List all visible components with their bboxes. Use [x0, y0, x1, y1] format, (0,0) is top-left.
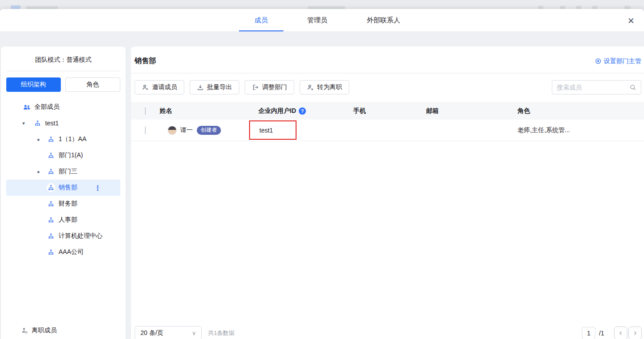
- column-header-email: 邮箱: [426, 107, 517, 115]
- roles-button[interactable]: 角色: [65, 77, 121, 92]
- modal-header: 成员 管理员 外部联系人 ✕: [0, 9, 644, 31]
- column-header-role: 角色: [517, 107, 644, 115]
- sidebar-item-label: 部门三: [59, 167, 77, 176]
- sidebar-item-test1[interactable]: ▾ test1: [6, 115, 120, 131]
- team-mode-label: 团队模式：普通模式: [1, 47, 126, 64]
- table-footer: 20 条/页 ∨ 共1条数据 /1: [135, 326, 642, 339]
- set-department-manager-label: 设置部门主管: [604, 57, 641, 65]
- org-sidebar: 团队模式：普通模式 组织架构 角色 全部成员 ▾ test1 ▸: [1, 47, 126, 339]
- page-title: 销售部: [135, 56, 156, 66]
- sidebar-item-label: AAA公司: [59, 248, 84, 256]
- page-total-label: /1: [599, 330, 604, 337]
- sidebar-item-label: 财务部: [59, 200, 77, 208]
- sidebar-item-label: 部门1(A): [59, 151, 83, 159]
- table-row: 谭一 创建者 test1 老师,主任,系统管...: [131, 120, 644, 141]
- adjust-department-button[interactable]: 调整部门: [245, 80, 294, 94]
- caret-right-icon[interactable]: ▸: [38, 137, 47, 142]
- background-toolbar-icon: [576, 6, 581, 9]
- table-header-row: 姓名 企业内用户ID ? 手机 邮箱 角色: [131, 102, 644, 120]
- tab-members[interactable]: 成员: [254, 9, 268, 31]
- set-department-manager-link[interactable]: 设置部门主管: [595, 57, 641, 65]
- department-icon: [47, 135, 55, 144]
- tab-bar: 成员 管理员 外部联系人: [0, 9, 644, 31]
- background-toolbar-icon: [538, 6, 543, 9]
- search-icon: [629, 84, 636, 91]
- column-header-user-id: 企业内用户ID: [258, 107, 296, 115]
- background-app-bar: [0, 0, 644, 9]
- pagination: /1: [582, 326, 642, 339]
- resigned-members-label: 离职成员: [32, 326, 57, 335]
- department-icon: [47, 199, 55, 208]
- column-header-phone: 手机: [353, 107, 426, 115]
- tab-external-contacts[interactable]: 外部联系人: [367, 9, 400, 31]
- next-page-button[interactable]: [628, 326, 642, 339]
- invite-member-button[interactable]: 邀请成员: [135, 80, 184, 94]
- member-role: 老师,主任,系统管...: [517, 126, 638, 134]
- move-out-icon: [252, 84, 259, 91]
- sidebar-item-label: 销售部: [59, 184, 77, 192]
- batch-export-button[interactable]: 批量导出: [190, 80, 239, 94]
- member-name: 谭一: [180, 126, 193, 134]
- column-header-name: 姓名: [160, 107, 258, 115]
- sidebar-item-label: 计算机处理中心: [59, 232, 102, 240]
- org-structure-button[interactable]: 组织架构: [6, 77, 61, 92]
- caret-down-icon[interactable]: ▾: [22, 121, 33, 126]
- background-toolbar-icon: [624, 6, 631, 9]
- member-toolbar: 邀请成员 批量导出 调整部门 转为离职: [135, 80, 641, 94]
- creator-badge: 创建者: [197, 126, 221, 135]
- prev-page-button[interactable]: [614, 326, 627, 339]
- sidebar-divider: [6, 71, 120, 71]
- member-user-id: test1: [259, 127, 273, 134]
- sidebar-item-dept3[interactable]: ▸ 部门三: [6, 163, 120, 180]
- total-count-label: 共1条数据: [208, 329, 234, 337]
- sidebar-item-computer-center[interactable]: ▸ 计算机处理中心: [6, 228, 120, 244]
- sidebar-item-label: 全部成员: [34, 103, 59, 111]
- select-all-checkbox[interactable]: [145, 107, 146, 115]
- sidebar-item-aaa-company[interactable]: ▸ AAA公司: [6, 244, 120, 260]
- sidebar-item-1-1-aa[interactable]: ▸ 1（1）AA: [6, 131, 120, 147]
- close-icon: ✕: [627, 16, 635, 26]
- row-checkbox[interactable]: [145, 126, 146, 134]
- search-input[interactable]: [557, 84, 629, 91]
- target-icon: [595, 58, 602, 64]
- annotation-red-box: test1: [249, 120, 297, 140]
- close-button[interactable]: ✕: [625, 15, 637, 26]
- more-menu-icon[interactable]: ⋮: [94, 185, 101, 191]
- page-number-input[interactable]: [582, 327, 595, 339]
- department-icon: [33, 119, 42, 128]
- department-icon: [47, 248, 55, 257]
- department-tree: 全部成员 ▾ test1 ▸ 1（1）AA ▸: [1, 99, 126, 260]
- department-icon: [47, 167, 55, 176]
- help-icon[interactable]: ?: [299, 107, 306, 115]
- page-size-select[interactable]: 20 条/页 ∨: [135, 326, 202, 339]
- department-panel: 销售部 设置部门主管 邀请成员 批量导出 调整部门 转为离职: [131, 47, 644, 339]
- sidebar-item-dept1a[interactable]: ▸ 部门1(A): [6, 147, 120, 163]
- person-add-icon: [142, 84, 149, 91]
- background-toolbar-icon: [592, 6, 597, 9]
- resigned-members-item[interactable]: 离职成员: [1, 326, 57, 335]
- convert-to-resigned-button[interactable]: 转为离职: [300, 80, 349, 94]
- department-icon: [47, 183, 55, 192]
- adjust-department-label: 调整部门: [262, 83, 287, 91]
- department-icon: [47, 232, 55, 240]
- background-toolbar-icon: [560, 6, 565, 9]
- person-remove-icon: [307, 84, 314, 91]
- member-search-box: [552, 80, 641, 94]
- chevron-right-icon: [632, 330, 638, 336]
- sidebar-item-label: 人事部: [59, 216, 77, 224]
- sidebar-item-hr-dept[interactable]: ▸ 人事部: [6, 212, 120, 228]
- member-management-modal: 成员 管理员 外部联系人 ✕ 团队模式：普通模式 组织架构 角色 全部成员 ▾: [0, 9, 644, 339]
- department-icon: [47, 215, 55, 224]
- page-size-value: 20 条/页: [140, 329, 163, 337]
- convert-to-resigned-label: 转为离职: [317, 83, 342, 91]
- department-icon: [47, 151, 55, 160]
- sidebar-item-finance-dept[interactable]: ▸ 财务部: [6, 196, 120, 212]
- invite-member-label: 邀请成员: [152, 83, 177, 91]
- sidebar-item-label: 1（1）AA: [59, 135, 86, 143]
- tab-admins[interactable]: 管理员: [307, 9, 327, 31]
- caret-right-icon[interactable]: ▸: [38, 169, 47, 174]
- avatar: [168, 126, 177, 135]
- sidebar-item-sales-dept[interactable]: ▸ 销售部 ⋮: [6, 180, 120, 196]
- sidebar-item-all-members[interactable]: 全部成员: [6, 99, 120, 115]
- download-icon: [197, 84, 204, 91]
